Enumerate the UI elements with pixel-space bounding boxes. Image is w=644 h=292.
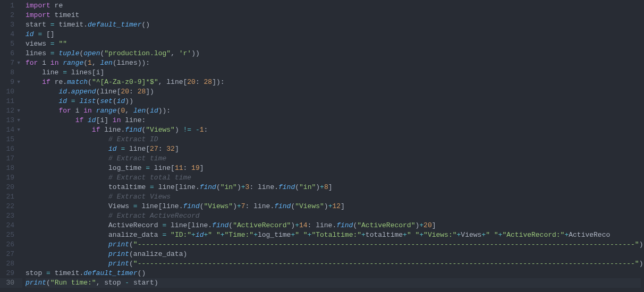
- gutter-line[interactable]: 18: [0, 164, 22, 173]
- token: in: [50, 59, 63, 67]
- gutter-line[interactable]: 7▼: [0, 58, 22, 68]
- code-line[interactable]: # Extract ActiveRecord: [26, 211, 641, 221]
- code-line[interactable]: totaltime = line[line.find("in")+3: line…: [26, 183, 641, 192]
- token: log_time: [258, 231, 291, 239]
- code-line[interactable]: views = "": [26, 39, 641, 49]
- code-area[interactable]: import reimport timeitstart = timeit.def…: [22, 0, 644, 292]
- code-line[interactable]: lines = tuple(open("production.log", 'r'…: [26, 49, 641, 58]
- code-line[interactable]: # Extract time: [26, 154, 641, 164]
- fold-arrow-icon[interactable]: ▼: [16, 116, 20, 125]
- gutter-line[interactable]: 25: [0, 230, 22, 240]
- gutter-line[interactable]: 12▼: [0, 106, 22, 116]
- gutter-line[interactable]: 8: [0, 68, 22, 78]
- token: +: [361, 231, 366, 239]
- code-line[interactable]: id = line[27: 32]: [26, 144, 641, 154]
- code-line[interactable]: id = list(set(id)): [26, 97, 641, 106]
- fold-arrow-icon[interactable]: ▼: [16, 78, 20, 87]
- token: (analize_data): [129, 250, 187, 258]
- code-line[interactable]: if id[i] in line:: [26, 116, 641, 125]
- gutter-line[interactable]: 20: [0, 183, 22, 192]
- token: print: [108, 250, 129, 258]
- token: , stop: [96, 279, 125, 287]
- gutter-line[interactable]: 2: [0, 11, 22, 20]
- code-line[interactable]: for i in range(0, len(id)):: [26, 106, 641, 116]
- line-number: 3: [10, 20, 14, 30]
- gutter-line[interactable]: 21: [0, 192, 22, 202]
- code-line[interactable]: analize_data = "ID:"+id+" "+"Time:"+log_…: [26, 230, 641, 240]
- token: id: [88, 116, 96, 124]
- fold-arrow-icon[interactable]: ▼: [16, 106, 20, 116]
- token: 'r': [179, 49, 191, 57]
- code-line[interactable]: if re.match("^[A-Za-z0-9]*$", line[20: 2…: [26, 78, 641, 87]
- line-number: 27: [6, 250, 14, 259]
- token: 14: [299, 221, 308, 229]
- gutter-line[interactable]: 30: [0, 278, 22, 288]
- token: -: [125, 279, 129, 287]
- gutter-line[interactable]: 13▼: [0, 116, 22, 125]
- gutter-line[interactable]: 24: [0, 221, 22, 230]
- token: len: [100, 59, 112, 67]
- gutter-line[interactable]: 23: [0, 211, 22, 221]
- token: " ": [407, 231, 419, 239]
- code-line[interactable]: # Extract ID: [26, 135, 641, 144]
- line-number: 1: [10, 1, 14, 11]
- token: timeit: [50, 269, 80, 277]
- gutter-line[interactable]: 16: [0, 144, 22, 154]
- code-line[interactable]: stop = timeit.default_timer(): [26, 269, 641, 278]
- indent: [26, 193, 108, 201]
- gutter-line[interactable]: 27: [0, 250, 22, 259]
- code-editor[interactable]: 1234567▼89▼101112▼13▼14▼1516171819202122…: [0, 0, 644, 292]
- code-line[interactable]: id.append(line[20: 28]): [26, 87, 641, 97]
- token: find: [125, 126, 141, 134]
- token: (lines)):: [113, 59, 150, 67]
- token: find: [212, 221, 228, 229]
- code-line[interactable]: import re: [26, 1, 641, 11]
- gutter-line[interactable]: 15: [0, 135, 22, 144]
- token: (: [113, 97, 117, 105]
- gutter-line[interactable]: 22: [0, 202, 22, 211]
- code-line[interactable]: print("---------------------------------…: [26, 240, 641, 250]
- token: tuple: [58, 49, 79, 57]
- gutter-line[interactable]: 28: [0, 259, 22, 269]
- indent: [26, 241, 108, 248]
- code-line[interactable]: start = timeit.default_timer(): [26, 20, 641, 30]
- gutter-line[interactable]: 6: [0, 49, 22, 58]
- code-line[interactable]: # Extract total time: [26, 173, 641, 183]
- gutter-line[interactable]: 19: [0, 173, 22, 183]
- gutter-line[interactable]: 11: [0, 97, 22, 106]
- line-number: 16: [6, 144, 14, 154]
- code-line[interactable]: Views = line[line.find("Views")+7: line.…: [26, 202, 641, 211]
- token: i: [75, 107, 84, 115]
- token: +: [320, 183, 324, 191]
- token: =: [150, 183, 154, 191]
- code-line[interactable]: id = []: [26, 30, 641, 39]
- code-line[interactable]: # Extract Views: [26, 192, 641, 202]
- token: ActiveReco: [569, 231, 610, 239]
- gutter-line[interactable]: 3: [0, 20, 22, 30]
- code-line[interactable]: print(analize_data): [26, 250, 641, 259]
- gutter-line[interactable]: 4: [0, 30, 22, 39]
- code-line[interactable]: if line.find("Views") != -1:: [26, 125, 641, 135]
- code-line[interactable]: ActiveRecord = line[line.find("ActiveRec…: [26, 221, 641, 230]
- code-line[interactable]: print("Run time:", stop - start): [26, 278, 641, 288]
- gutter-line[interactable]: 5: [0, 39, 22, 49]
- line-number-gutter[interactable]: 1234567▼89▼101112▼13▼14▼1516171819202122…: [0, 0, 22, 292]
- gutter-line[interactable]: 10: [0, 87, 22, 97]
- fold-arrow-icon[interactable]: ▼: [16, 58, 20, 68]
- gutter-line[interactable]: 26: [0, 240, 22, 250]
- fold-arrow-icon[interactable]: ▼: [16, 125, 20, 135]
- token: ): [639, 241, 643, 248]
- gutter-line[interactable]: 14▼: [0, 125, 22, 135]
- gutter-line[interactable]: 29: [0, 269, 22, 278]
- indent: [26, 250, 108, 258]
- token: line: [104, 126, 121, 134]
- line-number: 10: [6, 87, 14, 97]
- code-line[interactable]: line = lines[i]: [26, 68, 641, 78]
- code-line[interactable]: for i in range(1, len(lines)):: [26, 58, 641, 68]
- code-line[interactable]: import timeit: [26, 11, 641, 20]
- gutter-line[interactable]: 17: [0, 154, 22, 164]
- gutter-line[interactable]: 1: [0, 1, 22, 11]
- gutter-line[interactable]: 9▼: [0, 78, 22, 87]
- code-line[interactable]: print("---------------------------------…: [26, 259, 641, 269]
- code-line[interactable]: log_time = line[11: 19]: [26, 164, 641, 173]
